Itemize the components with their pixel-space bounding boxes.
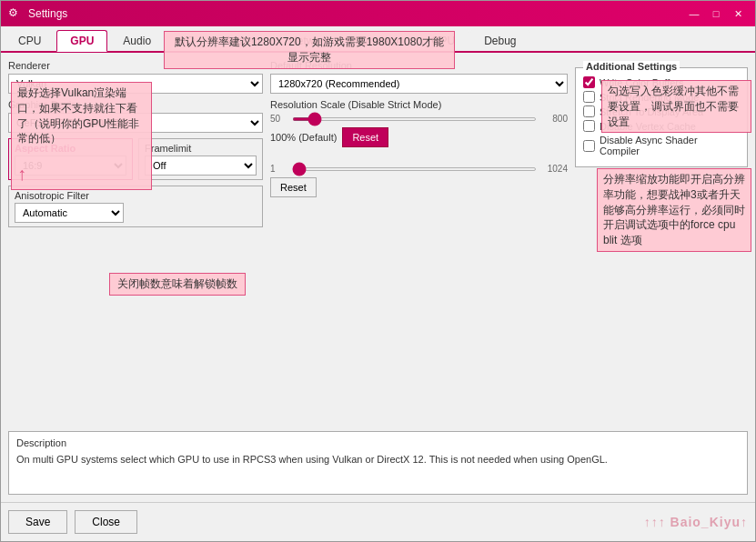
write-color-buffers-checkbox[interactable]: [583, 76, 595, 88]
res-scale2-max: 1024: [540, 164, 568, 174]
res-scale-reset-button[interactable]: Reset: [342, 127, 388, 147]
watermark: ↑↑↑ Baio_Kiyu↑: [644, 515, 748, 529]
res-scale-section: Resolution Scale (Disable Strict Mode) 5…: [270, 99, 568, 147]
annotation-right2: 分辨率缩放功能即开启高分辨率功能，想要战神3或者升天能够高分辨率运行，必须同时开…: [597, 168, 751, 252]
res-scale-value: 100% (Default): [270, 132, 337, 143]
res-scale2-min: 1: [270, 164, 288, 174]
minimize-button[interactable]: —: [684, 5, 704, 23]
tab-audio[interactable]: Audio: [109, 30, 165, 51]
maximize-button[interactable]: □: [706, 5, 726, 23]
disable-async-label: Disable Async Shader Compiler: [600, 135, 740, 156]
default-res-select[interactable]: 1280x720 (Recommended) 1920x1080 3840x21…: [270, 74, 568, 94]
res-scale-max: 800: [540, 114, 568, 124]
description-title: Description: [16, 437, 740, 448]
res-scale-slider-container: 50 800: [270, 114, 568, 124]
disable-async-checkbox[interactable]: [583, 140, 595, 152]
save-button[interactable]: Save: [8, 510, 67, 534]
res-scale2-section: 1 1024 Reset: [270, 160, 568, 197]
title-bar-buttons: — □ ✕: [684, 5, 748, 23]
description-box: Description On multi GPU systems select …: [8, 431, 748, 495]
tab-cpu[interactable]: CPU: [5, 30, 55, 51]
res-scale2-slider[interactable]: [292, 167, 537, 171]
bottom-bar: Save Close ↑↑↑ Baio_Kiyu↑: [1, 502, 755, 541]
tab-debug[interactable]: Debug: [470, 30, 529, 51]
center-panel: Default Resolution 1280x720 (Recommended…: [270, 60, 568, 426]
res-scale-min: 50: [270, 114, 288, 124]
disable-vertex-checkbox[interactable]: [583, 120, 595, 132]
title-bar: ⚙ Settings — □ ✕: [1, 1, 755, 26]
annotation-bottom: 关闭帧数意味着解锁帧数: [109, 273, 246, 296]
annotation-right: 勾选写入色彩缓冲其他不需要设置，调试界面也不需要设置: [601, 80, 751, 133]
strict-rendering-checkbox[interactable]: [583, 91, 595, 103]
framelimit-label: Framelimit: [145, 143, 257, 154]
anisotropic-select[interactable]: Automatic 2x 4x 8x 16x: [15, 203, 124, 223]
tab-gpu[interactable]: GPU: [56, 30, 107, 52]
window-title: Settings: [28, 7, 684, 20]
arrow-up-left: ↑: [17, 161, 26, 186]
annotation-top: 默认分辨率建议1280X720，如游戏需要1980X1080才能显示完整: [164, 31, 455, 69]
framelimit-box: Framelimit Off 30 60 120: [138, 138, 263, 180]
res-scale-value-row: 100% (Default) Reset: [270, 127, 568, 147]
framelimit-select[interactable]: Off 30 60 120: [145, 156, 257, 176]
annotation-left: 最好选择Vulkan渲染端口，如果不支持就往下看了（说明你的GPU性能非常的低）…: [11, 82, 152, 190]
anisotropic-label: Anisotropic Filter: [15, 190, 257, 201]
additional-settings-title: Additional Settings: [583, 61, 680, 72]
res-scale-label: Resolution Scale (Disable Strict Mode): [270, 99, 568, 110]
stretch-display-checkbox[interactable]: [583, 105, 595, 117]
res-scale2-value-row: Reset: [270, 177, 568, 197]
close-window-button[interactable]: ✕: [728, 5, 748, 23]
anisotropic-section: Anisotropic Filter Automatic 2x 4x 8x 16…: [8, 186, 263, 227]
window-icon: ⚙: [8, 6, 23, 21]
close-button[interactable]: Close: [75, 510, 137, 534]
description-text: On multi GPU systems select which GPU to…: [16, 452, 740, 467]
res-scale2-slider-container: 1 1024: [270, 164, 568, 174]
disable-async-row: Disable Async Shader Compiler: [583, 135, 740, 156]
res-scale2-reset-button[interactable]: Reset: [270, 177, 317, 197]
res-scale-slider[interactable]: [292, 117, 537, 121]
